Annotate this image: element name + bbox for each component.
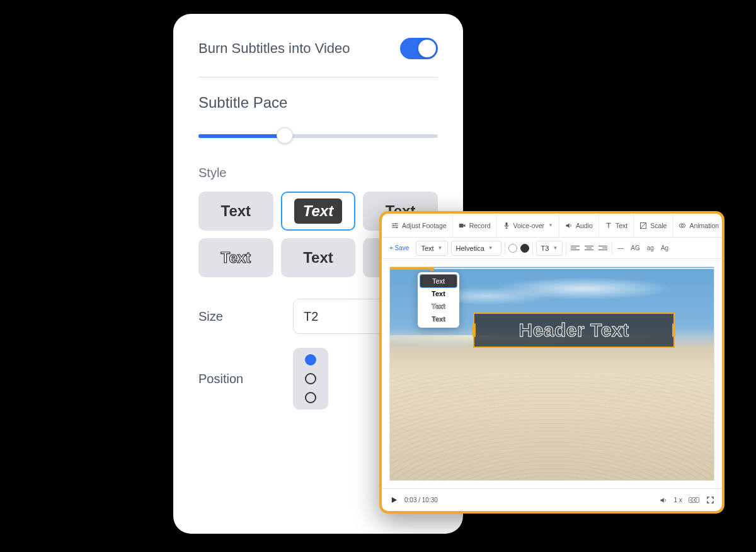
- chevron-down-icon: ▼: [438, 245, 443, 251]
- scale-button[interactable]: Scale: [634, 214, 673, 237]
- align-right-button[interactable]: [597, 243, 609, 254]
- save-button[interactable]: + Save: [386, 244, 413, 251]
- color-fill[interactable]: [520, 244, 529, 253]
- burn-subtitles-label: Burn Subtitles into Video: [198, 40, 350, 57]
- resize-handle-left[interactable]: [472, 323, 476, 337]
- canvas-area: Text Text Text Text Header Text: [382, 259, 722, 488]
- position-middle[interactable]: [305, 373, 316, 384]
- fullscreen-icon[interactable]: [706, 496, 714, 505]
- scrub-progress: [390, 267, 429, 270]
- text-style-select[interactable]: Text▼: [416, 241, 447, 256]
- scrub-handle[interactable]: [429, 267, 434, 271]
- chevron-down-icon: ▼: [553, 245, 558, 251]
- position-top[interactable]: [305, 354, 316, 365]
- text-style-opt-1[interactable]: Text: [420, 275, 457, 287]
- lowercase-button[interactable]: ag: [645, 244, 656, 251]
- svg-point-1: [393, 225, 394, 226]
- text-toolbar: + Save Text▼ Helvetica▼ T3▼ — AG ag Ag: [382, 238, 722, 259]
- chevron-down-icon: ▼: [488, 245, 493, 251]
- style-option-2[interactable]: Text: [281, 192, 356, 231]
- position-label: Position: [198, 372, 274, 386]
- text-style-opt-4[interactable]: Text: [420, 313, 457, 325]
- video-editor-window: Adjust Footage Record Voice-over ▼ Audio…: [379, 211, 724, 514]
- text-style-opt-3[interactable]: Text: [420, 300, 457, 313]
- playback-speed[interactable]: 1 x: [674, 497, 682, 503]
- video-canvas[interactable]: Text Text Text Text Header Text: [389, 267, 714, 481]
- svg-rect-4: [505, 222, 507, 226]
- svg-point-0: [396, 223, 397, 224]
- style-option-1[interactable]: Text: [198, 192, 273, 231]
- microphone-icon: [503, 222, 510, 229]
- resize-handle-right[interactable]: [672, 323, 675, 337]
- adjust-footage-button[interactable]: Adjust Footage: [386, 214, 453, 237]
- align-left-button[interactable]: [570, 243, 581, 254]
- chevron-down-icon: ▼: [548, 222, 553, 228]
- voiceover-button[interactable]: Voice-over ▼: [497, 214, 560, 237]
- text-tool-button[interactable]: Text: [599, 214, 634, 237]
- player-controls: 0:03 / 10:30 1 x CC: [382, 488, 722, 511]
- align-center-button[interactable]: [583, 243, 595, 254]
- scrub-track[interactable]: [390, 268, 714, 269]
- text-size-select[interactable]: T3▼: [536, 241, 563, 256]
- camera-icon: [459, 222, 466, 229]
- font-select[interactable]: Helvetica▼: [451, 241, 501, 256]
- audio-button[interactable]: Audio: [559, 214, 599, 237]
- style-option-4[interactable]: Text: [198, 238, 273, 277]
- animation-icon: [679, 222, 686, 229]
- speaker-icon: [565, 222, 573, 229]
- text-style-opt-2[interactable]: Text: [420, 287, 457, 300]
- main-toolbar: Adjust Footage Record Voice-over ▼ Audio…: [382, 214, 722, 238]
- play-icon[interactable]: [389, 496, 398, 505]
- text-icon: [605, 222, 612, 229]
- player-time: 0:03 / 10:30: [404, 497, 438, 503]
- size-value: T2: [304, 309, 318, 324]
- volume-icon[interactable]: [659, 496, 668, 505]
- subtitle-pace-label: Subtitle Pace: [198, 94, 438, 112]
- sliders-icon: [391, 222, 399, 229]
- scale-icon: [639, 222, 647, 229]
- position-bottom[interactable]: [305, 392, 316, 403]
- size-label: Size: [198, 309, 274, 324]
- header-text-content: Header Text: [518, 319, 629, 341]
- subtitle-pace-slider[interactable]: [198, 128, 438, 143]
- svg-point-2: [396, 227, 398, 228]
- text-style-dropdown: Text Text Text Text: [418, 272, 459, 328]
- style-label: Style: [198, 166, 438, 180]
- record-button[interactable]: Record: [453, 214, 497, 237]
- color-outline[interactable]: [508, 244, 517, 253]
- burn-subtitles-toggle[interactable]: [400, 38, 438, 59]
- uppercase-button[interactable]: AG: [629, 244, 641, 251]
- cc-button[interactable]: CC: [689, 497, 699, 503]
- position-picker: [293, 348, 328, 410]
- svg-rect-3: [459, 224, 463, 227]
- dash-button[interactable]: —: [616, 244, 626, 251]
- divider: [198, 77, 438, 78]
- animation-button[interactable]: Animation: [673, 214, 724, 237]
- style-option-5[interactable]: Text: [281, 238, 356, 277]
- header-text-box[interactable]: Header Text: [473, 313, 675, 348]
- titlecase-button[interactable]: Ag: [659, 244, 670, 251]
